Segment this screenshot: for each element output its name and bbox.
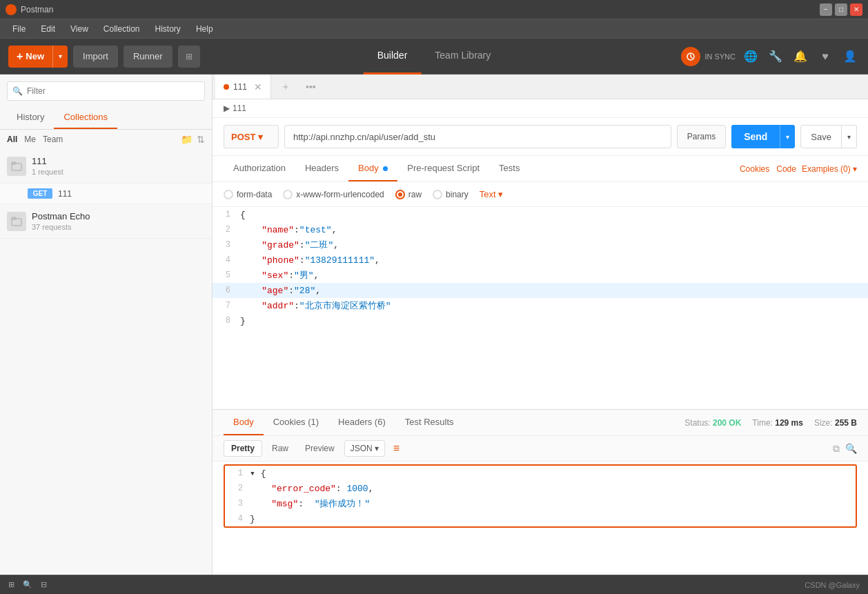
- menu-help[interactable]: Help: [189, 21, 220, 37]
- save-dropdown[interactable]: ▾: [842, 125, 857, 148]
- method-dropdown-icon: ▾: [258, 132, 263, 142]
- new-button[interactable]: + New ▾: [8, 46, 68, 68]
- tab-collections[interactable]: Collections: [54, 106, 117, 129]
- response-tabs-bar: Body Cookies (1) Headers (6) Test Result…: [213, 410, 868, 436]
- new-dropdown-arrow[interactable]: ▾: [52, 46, 68, 68]
- editor-line-6: 6 "age":"28",: [213, 283, 868, 298]
- tab-prerequest[interactable]: Pre-request Script: [397, 156, 489, 181]
- runner-button[interactable]: Runner: [124, 46, 172, 68]
- text-dropdown-arrow: ▾: [498, 189, 503, 199]
- sidebar: 🔍 History Collections All Me Team 📁 ⇅: [0, 75, 213, 575]
- tab-history[interactable]: History: [7, 106, 54, 129]
- response-tab-cookies[interactable]: Cookies (1): [264, 410, 328, 435]
- menu-edit[interactable]: Edit: [34, 21, 62, 37]
- heart-icon[interactable]: ♥: [816, 47, 835, 66]
- filter-input[interactable]: [7, 81, 205, 101]
- method-select[interactable]: POST ▾: [224, 125, 279, 148]
- collection-111-name: 111: [32, 156, 205, 166]
- method-badge-get: GET: [28, 188, 52, 199]
- body-dot: [383, 166, 388, 171]
- send-dropdown[interactable]: ▾: [780, 125, 795, 148]
- app-layout: + New ▾ Import Runner ⊞ Builder Team Lib…: [0, 39, 868, 594]
- tab-authorization[interactable]: Authorization: [224, 156, 295, 181]
- text-type-dropdown[interactable]: Text ▾: [480, 189, 503, 199]
- new-collection-icon[interactable]: 📁: [181, 134, 193, 145]
- result-box: 1 ▾ { 2 "error_code": 1000, 3 "msg": "操作…: [224, 464, 857, 528]
- cookies-link[interactable]: Cookies: [740, 164, 769, 174]
- save-button-wrap: Save ▾: [800, 125, 857, 148]
- radio-form-data[interactable]: form-data: [224, 190, 272, 199]
- editor-line-8: 8 }: [213, 313, 868, 328]
- collection-echo-meta: 37 requests: [32, 223, 205, 231]
- minimize-button[interactable]: −: [820, 3, 832, 16]
- sort-icon[interactable]: ⇅: [197, 134, 205, 145]
- code-link[interactable]: Code: [776, 164, 796, 174]
- layout-button[interactable]: ⊞: [178, 46, 200, 68]
- tab-team-library[interactable]: Team Library: [421, 39, 504, 75]
- tab-body[interactable]: Body: [348, 156, 397, 181]
- menu-view[interactable]: View: [63, 21, 95, 37]
- new-label: New: [26, 51, 44, 61]
- app-icon: [6, 4, 17, 15]
- tab-options-icon[interactable]: •••: [300, 81, 322, 92]
- radio-urlencoded[interactable]: x-www-form-urlencoded: [283, 190, 384, 199]
- size-value: 255 B: [835, 418, 857, 428]
- filter-all[interactable]: All: [7, 135, 17, 144]
- maximize-button[interactable]: □: [835, 3, 847, 16]
- tab-builder[interactable]: Builder: [364, 39, 422, 75]
- text-type-label: Text: [480, 189, 496, 199]
- format-tab-pretty[interactable]: Pretty: [224, 440, 262, 457]
- collection-postman-echo[interactable]: Postman Echo 37 requests: [0, 204, 212, 239]
- globe-icon[interactable]: 🌐: [741, 47, 760, 66]
- menu-bar: File Edit View Collection History Help: [0, 19, 868, 39]
- response-section: Body Cookies (1) Headers (6) Test Result…: [213, 409, 868, 575]
- statusbar-search-icon[interactable]: 🔍: [23, 580, 32, 589]
- menu-file[interactable]: File: [6, 21, 32, 37]
- save-button[interactable]: Save: [800, 125, 842, 148]
- request-inner-tabs: Authorization Headers Body Pre-request S…: [213, 156, 868, 182]
- new-tab-btn[interactable]: ＋: [275, 81, 296, 93]
- params-button[interactable]: Params: [677, 125, 726, 148]
- copy-icon[interactable]: ⧉: [833, 443, 840, 455]
- filter-types: All Me Team: [7, 135, 63, 144]
- request-tab-111[interactable]: 111 ✕: [215, 75, 271, 99]
- url-input[interactable]: [284, 125, 671, 148]
- collection-111-meta: 1 request: [32, 168, 205, 176]
- format-tab-preview[interactable]: Preview: [298, 441, 342, 456]
- bell-icon[interactable]: 🔔: [791, 47, 810, 66]
- menu-collection[interactable]: Collection: [97, 21, 147, 37]
- statusbar-console-icon[interactable]: ⊟: [41, 580, 47, 589]
- svg-rect-4: [12, 217, 16, 219]
- format-tab-raw[interactable]: Raw: [265, 441, 295, 456]
- import-button[interactable]: Import: [73, 46, 118, 68]
- response-tab-body[interactable]: Body: [224, 410, 264, 435]
- response-tab-test-results[interactable]: Test Results: [395, 410, 464, 435]
- tab-headers[interactable]: Headers: [295, 156, 348, 181]
- collection-111[interactable]: 111 1 request: [0, 149, 212, 184]
- statusbar-layout-icon[interactable]: ⊞: [8, 580, 14, 589]
- filter-team[interactable]: Team: [43, 135, 63, 144]
- json-editor[interactable]: 1 { 2 "name":"test", 3 "grade":"二班", 4 "…: [213, 207, 868, 409]
- send-button[interactable]: Send: [731, 125, 780, 148]
- url-bar: POST ▾ Params Send ▾ Save ▾: [213, 118, 868, 156]
- wrench-icon[interactable]: 🔧: [766, 47, 785, 66]
- examples-link[interactable]: Examples (0) ▾: [802, 164, 857, 174]
- breadcrumb-bar: ▶ 111: [213, 99, 868, 118]
- filter-me[interactable]: Me: [24, 135, 36, 144]
- radio-binary[interactable]: binary: [433, 190, 468, 199]
- request-get-111[interactable]: GET 111: [0, 184, 212, 204]
- close-button[interactable]: ✕: [850, 3, 862, 16]
- body-type-row: form-data x-www-form-urlencoded raw bina…: [213, 182, 868, 207]
- radio-raw[interactable]: raw: [395, 190, 422, 199]
- tab-tests[interactable]: Tests: [489, 156, 529, 181]
- title-bar: Postman − □ ✕: [0, 0, 868, 19]
- response-line-3: 3 "msg": "操作成功！": [225, 496, 856, 511]
- response-tab-headers[interactable]: Headers (6): [328, 410, 395, 435]
- format-filter-icon[interactable]: ≡: [393, 442, 400, 455]
- json-type-select[interactable]: JSON ▾: [344, 440, 385, 457]
- user-icon[interactable]: 👤: [840, 47, 860, 66]
- time-value: 129 ms: [775, 418, 803, 428]
- search-response-icon[interactable]: 🔍: [845, 443, 857, 455]
- collection-echo-name: Postman Echo: [32, 211, 205, 221]
- menu-history[interactable]: History: [148, 21, 188, 37]
